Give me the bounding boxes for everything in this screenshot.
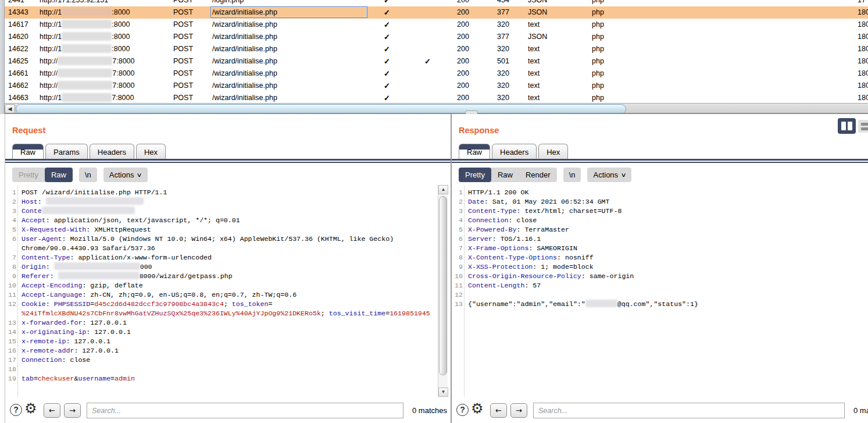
table-row[interactable]: 14625http://7:8000POST/wizard/initialise… bbox=[0, 55, 868, 67]
tab-headers[interactable]: Headers bbox=[90, 144, 134, 159]
cell-status: 200 bbox=[457, 0, 469, 6]
request-search-bar: ? ⚙ ← → 0 matches bbox=[5, 399, 451, 423]
actions-button[interactable]: Actions∨ bbox=[587, 168, 631, 182]
code-text: Conte bbox=[22, 207, 135, 216]
url-text: 7:8000 bbox=[112, 81, 134, 90]
redacted-host bbox=[62, 8, 112, 16]
cell-extension: php bbox=[592, 43, 604, 55]
view-mode-raw[interactable]: Raw bbox=[45, 168, 73, 182]
code-segment: Host bbox=[22, 198, 38, 205]
actions-button[interactable]: Actions∨ bbox=[103, 168, 148, 182]
table-row[interactable]: 14617http://1:8000POST/wizard/initialise… bbox=[0, 19, 868, 31]
cell-path: /wizard/initialise.php bbox=[212, 31, 277, 43]
code-segment: : application/json, text/javascript, */*… bbox=[46, 216, 240, 224]
code-segment: ; bbox=[224, 300, 232, 308]
line-number: 15 bbox=[5, 337, 16, 346]
code-line: 13{"username":"admin","email":"@qq.com",… bbox=[452, 300, 868, 309]
code-text: Accept-Language: zh-CN, zh;q=0.9, en-US;… bbox=[22, 290, 297, 300]
cell-id: 14663 bbox=[8, 92, 28, 103]
code-text: X-Powered-By: TerraMaster bbox=[468, 225, 569, 234]
prev-match-button[interactable]: ← bbox=[490, 403, 507, 418]
tab-raw[interactable]: Raw bbox=[12, 144, 44, 159]
request-tabs: RawParamsHeadersHex bbox=[12, 144, 166, 159]
line-number: 14 bbox=[5, 328, 16, 337]
search-input[interactable] bbox=[87, 403, 403, 418]
view-mode-pretty[interactable]: Pretty bbox=[12, 168, 45, 182]
code-segment: Content-Type bbox=[468, 207, 517, 215]
cell-length: 320 bbox=[497, 19, 509, 31]
line-number: 6 bbox=[5, 234, 16, 244]
view-mode-render[interactable]: Render bbox=[519, 168, 557, 182]
code-text: Content-Type: application/x-www-form-url… bbox=[22, 253, 212, 262]
cell-url: http://7:8000 bbox=[40, 80, 135, 92]
cell-url: http://7:8000 bbox=[40, 67, 135, 80]
newline-toggle-button[interactable]: \n bbox=[563, 168, 581, 182]
cell-url: http://1:8000 bbox=[40, 6, 130, 19]
code-segment: x-originating-ip bbox=[22, 328, 86, 336]
line-number: 10 bbox=[452, 272, 463, 281]
code-segment: Accept bbox=[22, 216, 46, 224]
cell-id: 14661 bbox=[8, 67, 28, 80]
request-v-scrollbar[interactable]: ▲ ▼ bbox=[438, 185, 448, 397]
table-row[interactable]: 14622http://1:8000POST/wizard/initialise… bbox=[0, 43, 868, 55]
table-row[interactable]: 14661http://7:8000POST/wizard/initialise… bbox=[0, 67, 868, 80]
gear-icon[interactable]: ⚙ bbox=[24, 400, 37, 417]
code-text: Connection: close bbox=[22, 356, 90, 365]
next-match-button[interactable]: → bbox=[64, 403, 81, 418]
cell-mime: text bbox=[528, 92, 540, 103]
table-row[interactable]: 14662http://7:8000POST/wizard/initialise… bbox=[0, 80, 868, 92]
help-icon[interactable]: ? bbox=[10, 404, 22, 416]
tab-headers[interactable]: Headers bbox=[492, 144, 537, 159]
tab-raw[interactable]: Raw bbox=[459, 144, 490, 159]
table-row[interactable]: 2441http://171.255.92.151POST/login.php✓… bbox=[0, 0, 868, 6]
url-text: http:// bbox=[40, 69, 58, 77]
code-line: %24iTfmlcXBdNU42s7CbFnr8vwMhGatVZHuzSQx%… bbox=[5, 309, 438, 318]
code-text: Cookie: PHPSESSID=d45c2d6d482dccf3c97908… bbox=[22, 300, 272, 309]
table-row[interactable]: 14663http://17:8000POST/wizard/initialis… bbox=[0, 92, 868, 103]
prev-match-button[interactable]: ← bbox=[44, 403, 60, 418]
layout-rows-icon[interactable] bbox=[858, 120, 868, 133]
gear-icon[interactable]: ⚙ bbox=[471, 400, 484, 417]
cell-length: 377 bbox=[497, 31, 509, 43]
line-number: 9 bbox=[5, 272, 16, 281]
code-segment: x-forwarded-for bbox=[22, 319, 82, 326]
help-icon[interactable]: ? bbox=[456, 404, 469, 416]
cell-ip: 180 bbox=[858, 43, 868, 55]
code-text: Referer: 8000/wizard/getpass.php bbox=[22, 272, 233, 281]
chevron-down-icon: ∨ bbox=[621, 172, 627, 178]
layout-columns-icon[interactable] bbox=[838, 118, 856, 134]
line-number bbox=[5, 244, 16, 253]
scroll-up-button[interactable]: ▲ bbox=[438, 185, 448, 194]
request-editor[interactable]: 1POST /wizard/initialise.php HTTP/1.12Ho… bbox=[5, 185, 438, 397]
scroll-down-button[interactable]: ▼ bbox=[438, 388, 448, 397]
view-mode-raw[interactable]: Raw bbox=[491, 168, 519, 182]
tab-params[interactable]: Params bbox=[45, 144, 88, 159]
code-segment: User-Agent bbox=[22, 235, 62, 243]
next-match-button[interactable]: → bbox=[510, 403, 527, 418]
table-row[interactable]: 14620http://1:8000POST/wizard/initialise… bbox=[0, 31, 868, 43]
cell-extension: php bbox=[592, 0, 604, 6]
cell-length: 454 bbox=[497, 0, 509, 6]
code-segment: : Mozilla/5.0 (Windows NT 10.0; Win64; x… bbox=[62, 235, 394, 243]
cell-status: 200 bbox=[457, 31, 469, 43]
code-segment: = bbox=[268, 300, 272, 308]
table-row[interactable]: 14343http://1:8000POST/wizard/initialise… bbox=[0, 6, 868, 19]
tab-hex[interactable]: Hex bbox=[136, 144, 166, 159]
v-scroll-thumb[interactable] bbox=[439, 196, 447, 375]
newline-toggle-button[interactable]: \n bbox=[79, 168, 97, 182]
url-text: http:// bbox=[40, 57, 58, 65]
code-line: 16x-remote-addr: 127.0.0.1 bbox=[5, 346, 438, 356]
search-input[interactable] bbox=[533, 403, 845, 418]
code-text: Accept: application/json, text/javascrip… bbox=[22, 216, 240, 225]
line-number: 2 bbox=[5, 197, 16, 207]
cell-path: /wizard/initialise.php bbox=[212, 55, 277, 67]
code-line: 4Connection: close bbox=[452, 216, 868, 225]
cell-extension: php bbox=[592, 19, 604, 31]
response-editor[interactable]: 1HTTP/1.1 200 OK2Date: Sat, 01 May 2021 … bbox=[452, 185, 868, 397]
code-text: HTTP/1.1 200 OK bbox=[468, 188, 528, 197]
line-number: 18 bbox=[5, 365, 16, 374]
actions-label: Actions bbox=[593, 170, 618, 179]
tab-hex[interactable]: Hex bbox=[538, 144, 568, 159]
cell-length: 501 bbox=[497, 55, 509, 67]
view-mode-pretty[interactable]: Pretty bbox=[459, 168, 491, 182]
